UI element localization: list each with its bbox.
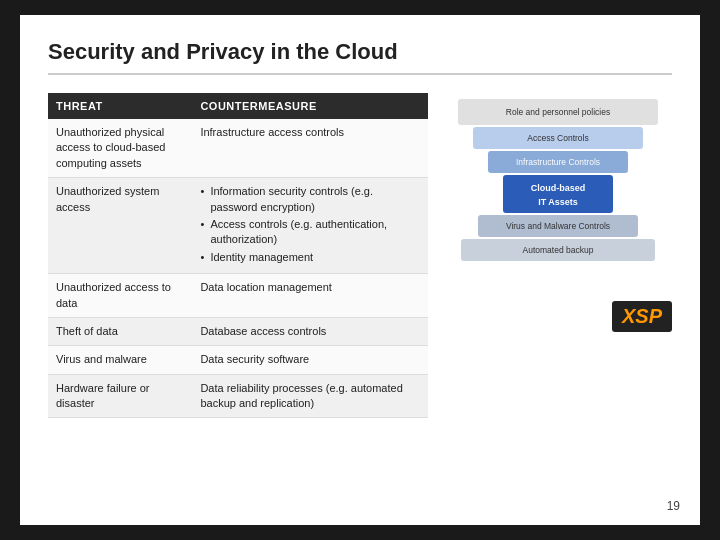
table-row: Hardware failure or disasterData reliabi… xyxy=(48,374,428,418)
threat-cell: Unauthorized access to data xyxy=(48,274,192,318)
bullet-item: Access controls (e.g. authentication, au… xyxy=(200,217,420,248)
svg-text:IT Assets: IT Assets xyxy=(538,197,578,207)
bullet-item: Information security controls (e.g. pass… xyxy=(200,184,420,215)
countermeasure-cell: Database access controls xyxy=(192,317,428,345)
threat-cell: Unauthorized system access xyxy=(48,178,192,274)
svg-text:Virus and Malware Controls: Virus and Malware Controls xyxy=(506,221,610,231)
countermeasure-cell: Information security controls (e.g. pass… xyxy=(192,178,428,274)
table-row: Virus and malwareData security software xyxy=(48,346,428,374)
table-row: Unauthorized access to dataData location… xyxy=(48,274,428,318)
slide: Security and Privacy in the Cloud THREAT… xyxy=(20,15,700,525)
content-area: THREAT COUNTERMEASURE Unauthorized physi… xyxy=(48,93,672,418)
svg-text:Access Controls: Access Controls xyxy=(527,133,588,143)
table-row: Unauthorized system accessInformation se… xyxy=(48,178,428,274)
countermeasure-cell: Infrastructure access controls xyxy=(192,119,428,178)
svg-rect-6 xyxy=(503,175,613,213)
cloud-diagram: Role and personnel policies Access Contr… xyxy=(453,97,663,297)
xsp-logo: XSP xyxy=(612,301,672,332)
page-number: 19 xyxy=(667,499,680,513)
threat-cell: Unauthorized physical access to cloud-ba… xyxy=(48,119,192,178)
countermeasure-cell: Data security software xyxy=(192,346,428,374)
threat-header: THREAT xyxy=(48,93,192,119)
security-table: THREAT COUNTERMEASURE Unauthorized physi… xyxy=(48,93,428,418)
svg-text:Role and personnel policies: Role and personnel policies xyxy=(506,107,610,117)
table-row: Unauthorized physical access to cloud-ba… xyxy=(48,119,428,178)
threat-cell: Theft of data xyxy=(48,317,192,345)
countermeasure-header: COUNTERMEASURE xyxy=(192,93,428,119)
threat-cell: Hardware failure or disaster xyxy=(48,374,192,418)
table-row: Theft of dataDatabase access controls xyxy=(48,317,428,345)
threat-cell: Virus and malware xyxy=(48,346,192,374)
table-area: THREAT COUNTERMEASURE Unauthorized physi… xyxy=(48,93,428,418)
countermeasure-cell: Data reliability processes (e.g. automat… xyxy=(192,374,428,418)
countermeasure-cell: Data location management xyxy=(192,274,428,318)
svg-text:Automated backup: Automated backup xyxy=(523,245,594,255)
svg-text:Cloud-based: Cloud-based xyxy=(531,183,586,193)
svg-text:Infrastructure Controls: Infrastructure Controls xyxy=(516,157,600,167)
diagram-area: Role and personnel policies Access Contr… xyxy=(444,93,672,418)
slide-title: Security and Privacy in the Cloud xyxy=(48,39,672,75)
bullet-item: Identity management xyxy=(200,250,420,265)
